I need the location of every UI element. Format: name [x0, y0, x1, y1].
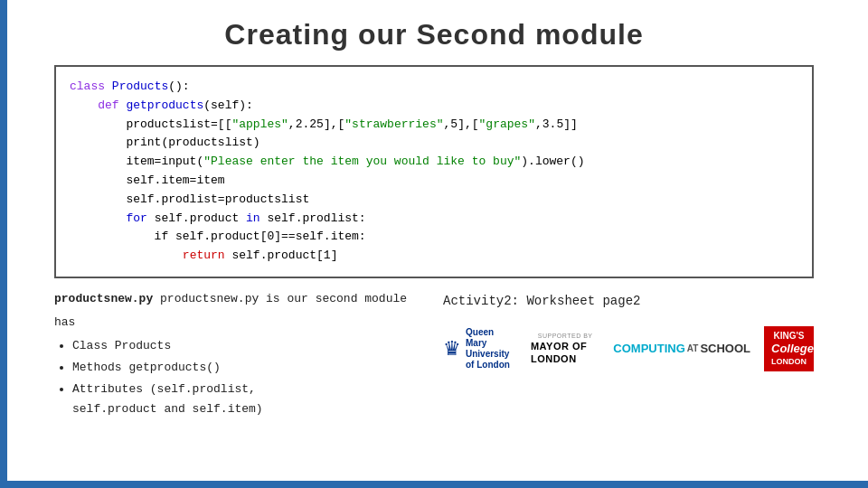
bullet-list: Class Products Methods getproducts() Att…	[54, 336, 425, 419]
intro-line-1: productsnew.py productsnew.py is our sec…	[54, 289, 425, 309]
code-block: class Products(): def getproducts(self):…	[54, 65, 814, 278]
bullet-3b-text: self.product and self.item)	[72, 402, 263, 416]
bottom-section: productsnew.py productsnew.py is our sec…	[54, 289, 814, 422]
intro-line-2: has	[54, 313, 425, 333]
code-line-4: print(productslist)	[70, 134, 798, 153]
code-line-8: for self.product in self.prodlist:	[70, 210, 798, 229]
bullet-3-text: Attributes (self.prodlist,	[72, 382, 256, 396]
code-line-9: if self.product[0]==self.item:	[70, 228, 798, 247]
code-line-1: class Products():	[70, 78, 798, 97]
bullet-3: Attributes (self.prodlist, self.product …	[72, 380, 425, 419]
qm-text: Queen Mary University of London	[466, 327, 517, 371]
mol-supported: SUPPORTED BY	[538, 332, 593, 340]
code-line-10: return self.product[1]	[70, 247, 798, 266]
bullet-1: Class Products	[72, 336, 425, 356]
module-filename: productsnew.py	[54, 292, 153, 305]
cas-school: SCHOOL	[700, 342, 750, 355]
bottom-left: productsnew.py productsnew.py is our sec…	[54, 289, 425, 422]
cas-at: AT	[687, 343, 699, 353]
code-line-3: productslist=[["apples",2.25],["strawber…	[70, 116, 798, 135]
code-line-7: self.prodlist=productslist	[70, 191, 798, 210]
qm-sub: University of London	[466, 349, 517, 371]
slide-title: Creating our Second module	[0, 0, 868, 65]
logos-row: ♛ Queen Mary University of London SUPPOR…	[443, 326, 814, 371]
queen-mary-logo: ♛ Queen Mary University of London	[443, 327, 517, 371]
qm-name: Queen Mary	[466, 327, 517, 349]
crown-icon: ♛	[443, 337, 461, 361]
mayor-london-logo: SUPPORTED BY MAYOR OF LONDON	[531, 332, 599, 366]
intro-text-1: productsnew.py is our second module	[160, 292, 407, 305]
kcl-line3: LONDON	[771, 357, 807, 368]
code-line-6: self.item=item	[70, 172, 798, 191]
kcl-line2: College	[771, 342, 807, 357]
code-line-2: def getproducts(self):	[70, 97, 798, 116]
activity-text: Activity2: Worksheet page2	[443, 294, 640, 308]
bullet-2: Methods getproducts()	[72, 358, 425, 378]
kings-college-logo: KING'S College LONDON	[764, 326, 814, 371]
code-line-5: item=input("Please enter the item you wo…	[70, 153, 798, 172]
kcl-line1: KING'S	[771, 330, 807, 342]
slide: Creating our Second module class Product…	[0, 0, 868, 488]
mol-main: MAYOR OF LONDON	[531, 340, 599, 366]
bottom-right: Activity2: Worksheet page2 ♛ Queen Mary …	[443, 289, 814, 422]
computing-at-school-logo: COMPUTING AT SCHOOL	[613, 342, 750, 355]
cas-computing: COMPUTING	[613, 342, 684, 355]
